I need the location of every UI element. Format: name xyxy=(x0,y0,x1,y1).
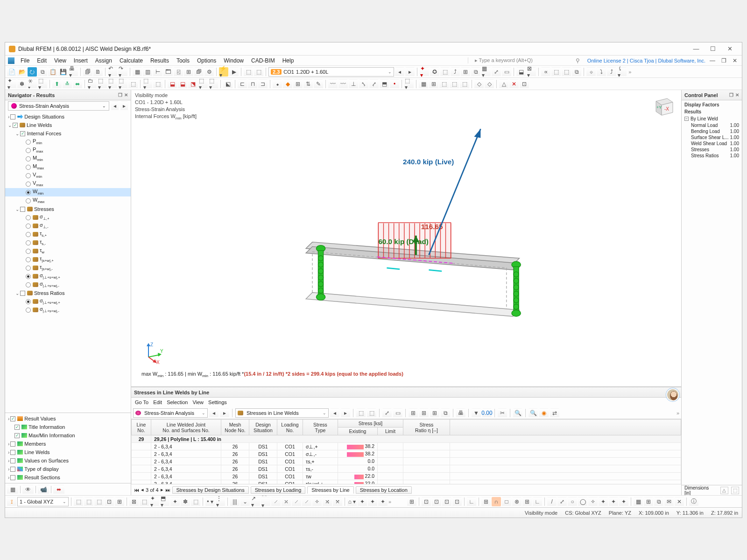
case-prev[interactable]: ◂ xyxy=(395,67,404,77)
tb2-al[interactable]: ⊞ xyxy=(429,79,438,89)
bt39[interactable]: ⊗ xyxy=(512,497,521,506)
tb2-s[interactable]: ⬚ ▾ xyxy=(209,79,218,89)
bt16[interactable]: ⌄ xyxy=(240,497,250,506)
tb-x9[interactable]: ▭ xyxy=(502,67,511,77)
tt-10[interactable]: ▼ xyxy=(472,408,481,418)
tb-x8[interactable]: ⤢ xyxy=(492,67,501,77)
bt2[interactable]: ⬚ xyxy=(84,497,93,506)
tb-r2[interactable]: ⬚ xyxy=(254,67,263,77)
table-row[interactable]: 2 - 6,3,426DS1CO1τs,+ 0.0 xyxy=(132,458,681,465)
bt17[interactable]: ↗ ▾ xyxy=(251,497,260,506)
tb2-h[interactable]: 🗀 ▾ xyxy=(87,79,97,89)
tb-x5[interactable]: ⊞ xyxy=(461,67,470,77)
mdi-close-button[interactable]: ✕ xyxy=(731,57,739,64)
bt10[interactable]: ✦ xyxy=(170,497,180,506)
bt46[interactable]: ✧ xyxy=(588,497,598,506)
sm-set[interactable]: Settings xyxy=(208,399,227,405)
tb-x7[interactable]: ▦ ▾ xyxy=(481,67,491,77)
tb2-am[interactable]: ⬚ xyxy=(439,79,449,89)
analysis-combo[interactable]: Stress-Strain Analysis⌄ xyxy=(8,101,109,111)
tcb-next[interactable]: ▸ xyxy=(220,408,229,418)
tb2-ai[interactable]: • xyxy=(390,79,399,89)
tb-b[interactable]: ▥ xyxy=(143,67,152,77)
close-button[interactable]: ✕ xyxy=(721,44,738,54)
menu-assign[interactable]: Assign xyxy=(92,56,115,65)
bt42[interactable]: / xyxy=(547,497,557,506)
tb2-ah[interactable]: ⬒ xyxy=(380,79,389,89)
tb2-ap[interactable]: ◇ xyxy=(474,79,484,89)
panel-close-icon[interactable]: ✕ xyxy=(124,92,128,98)
model-viewport[interactable]: Visibility mode CO1 - 1.20D + 1.60L Stre… xyxy=(131,90,681,387)
tb2-l[interactable]: ⬚ xyxy=(128,79,138,89)
tb2-r[interactable]: ⬚ ▾ xyxy=(198,79,208,89)
cp-row[interactable]: Bending Load1.00 xyxy=(682,128,742,134)
tt-1[interactable]: ⬚ xyxy=(356,408,366,418)
tt-16[interactable]: ⇄ xyxy=(550,408,559,418)
bt23[interactable]: ✧ xyxy=(312,497,322,506)
coord-system-combo[interactable]: 1 - Global XYZ⌄ xyxy=(17,497,69,506)
bt11[interactable]: ✽ xyxy=(181,497,190,506)
tb-x4[interactable]: ⤴ xyxy=(451,67,460,77)
tb2-ar[interactable]: △ xyxy=(499,79,508,89)
tb2-aq[interactable]: ◇ xyxy=(485,79,494,89)
cp-row[interactable]: Weld Shear Load1.00 xyxy=(682,140,742,147)
bt31[interactable]: ⊡ xyxy=(422,497,431,506)
tt-12[interactable]: ✂ xyxy=(498,408,507,418)
tt-5[interactable]: ⊞ xyxy=(409,408,418,418)
tb-a[interactable]: ▦ xyxy=(133,67,142,77)
tb-d[interactable]: 🗔 xyxy=(163,67,173,77)
bt6[interactable]: ⊠ xyxy=(129,497,139,506)
bt51[interactable]: ⊞ xyxy=(644,497,653,506)
tb-g[interactable]: 🗊 xyxy=(194,67,204,77)
bt38[interactable]: □ xyxy=(502,497,511,506)
sm-sel[interactable]: Selection xyxy=(167,399,188,405)
tb-w1[interactable]: ⟐ xyxy=(586,67,596,77)
tb-h[interactable]: ⚙ xyxy=(204,67,214,77)
table-row[interactable]: 2 - 6,3,426DS1CO1τs,- 0.0 xyxy=(132,465,681,473)
tb-x2[interactable]: ✪ xyxy=(430,67,439,77)
tab-loading[interactable]: Stresses by Loading xyxy=(251,486,306,494)
tb-calc2[interactable]: ▶ xyxy=(229,67,239,77)
results-grid[interactable]: LineNo. Line Welded JointNo. and Surface… xyxy=(131,419,681,484)
mdi-restore-button[interactable]: ❐ xyxy=(719,57,728,64)
minimize-button[interactable]: — xyxy=(688,44,705,54)
dim-btn1[interactable]: △ xyxy=(720,487,728,494)
menu-calculate[interactable]: Calculate xyxy=(116,56,146,65)
bt36[interactable]: ⊞ xyxy=(481,497,491,506)
nav-prev[interactable]: ◂ xyxy=(111,101,119,111)
bt29[interactable]: ✦ xyxy=(378,497,388,506)
tb-x1[interactable]: ✦ ▾ xyxy=(420,67,429,77)
tt-9[interactable]: 🖶 xyxy=(456,408,465,418)
bt22[interactable]: ⟋ xyxy=(302,497,311,506)
bt4[interactable]: ⊡ xyxy=(105,497,114,506)
tb-y2[interactable]: ⊠ ▾ xyxy=(527,67,536,77)
script-button[interactable]: 🗐 xyxy=(83,67,92,77)
tb-z2[interactable]: ⬚ xyxy=(551,67,561,77)
bt50[interactable]: ▦ xyxy=(634,497,643,506)
cp-group[interactable]: −By Line Weld xyxy=(682,115,742,122)
tb-w3[interactable]: ⤴ xyxy=(607,67,616,77)
save2-button[interactable]: 💾 xyxy=(58,67,68,77)
tb2-d[interactable]: ⬚ ▾ xyxy=(38,79,47,89)
table-row[interactable]: 2 - 6,3,426DS1CO1σ⊥,- 38.2 xyxy=(132,450,681,458)
bt13[interactable]: • ▾ xyxy=(205,497,215,506)
sm-edit[interactable]: Edit xyxy=(153,399,162,405)
tb2-a[interactable]: ✦ ▾ xyxy=(7,79,16,89)
tt-8[interactable]: ⧉ xyxy=(441,408,450,418)
tb2-u[interactable]: ⊏ xyxy=(238,79,247,89)
tb2-ak[interactable]: ▦ xyxy=(419,79,428,89)
tcb2-next[interactable]: ▸ xyxy=(341,408,350,418)
tb-z4[interactable]: ⧉ xyxy=(572,67,581,77)
nav-next[interactable]: ▸ xyxy=(120,101,128,111)
tb-r1[interactable]: ⬚ xyxy=(244,67,253,77)
view-cube[interactable]: -X +Y xyxy=(650,93,677,119)
table-row[interactable]: 2 - 6,3,426DS1CO1τ|s+w|,+ 22.0 xyxy=(132,480,681,484)
sm-view[interactable]: View xyxy=(192,399,204,405)
bt33[interactable]: ⊡ xyxy=(442,497,451,506)
cp-row[interactable]: Stress Ratios1.00 xyxy=(682,153,742,159)
menu-edit[interactable]: Edit xyxy=(34,56,50,65)
menu-results[interactable]: Results xyxy=(147,56,172,65)
menu-help[interactable]: Help xyxy=(279,56,297,65)
bt37[interactable]: ∩ xyxy=(492,497,501,506)
save-button[interactable]: ⭮ xyxy=(28,67,37,77)
